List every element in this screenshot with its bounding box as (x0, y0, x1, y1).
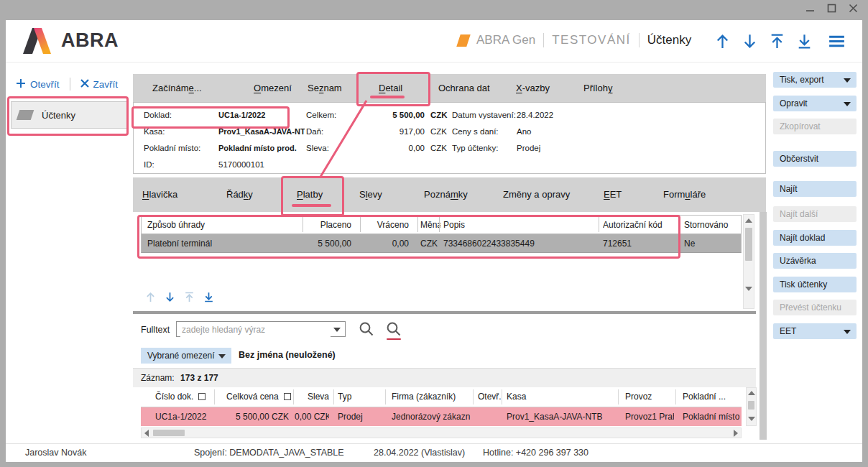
abra-logo-text: ABRA (61, 29, 119, 52)
panel-splitter[interactable] (133, 311, 756, 314)
subtab-eet[interactable]: EET (604, 177, 622, 212)
subtab-zmeny-a-opravy[interactable]: Změny a opravy (503, 177, 570, 212)
gcell-cislo-dok: UC1a-1/2022 (155, 407, 216, 426)
record-counter-label: Záznam: (141, 373, 175, 383)
sort-square-icon[interactable] (198, 393, 206, 400)
row-first-icon[interactable] (183, 291, 195, 303)
close-tab-button[interactable]: Zavřít (80, 79, 119, 90)
search-next-icon[interactable] (385, 320, 402, 341)
annotation-connector-line (315, 98, 379, 184)
minimize-icon[interactable] (805, 4, 815, 13)
scroll-thumb[interactable] (745, 228, 752, 261)
col-mena[interactable]: Měna (420, 216, 440, 234)
record-counter: Záznam: 173 z 177 (133, 368, 756, 387)
print-export-button[interactable]: Tisk, export (773, 72, 857, 88)
col-autorizacni-kod[interactable]: Autorizační kód (603, 216, 675, 234)
find-button[interactable]: Najít (773, 181, 857, 197)
navigate-up-icon[interactable] (714, 32, 731, 50)
navigate-first-icon[interactable] (768, 32, 786, 50)
header-breadcrumb: ABRA Gen TESTOVÁNÍ Účtenky (458, 33, 691, 47)
gcol-firma[interactable]: Firma (zákazník) (392, 387, 471, 406)
scroll-thumb[interactable] (748, 401, 754, 410)
tab-omezeni[interactable]: Omezení (254, 74, 292, 102)
tab-x-vazby[interactable]: X-vazby (516, 74, 550, 102)
col-popis[interactable]: Popis (443, 216, 594, 234)
gcell-sleva: 0,00 CZK (295, 407, 329, 426)
open-tab-button[interactable]: Otevřít (16, 78, 60, 91)
combo-dropdown-icon[interactable] (333, 328, 341, 332)
find-document-button[interactable]: Najít doklad (773, 230, 857, 246)
status-bar: Jaroslav Novák Spojení: DEMODATA_JAVA_ST… (6, 443, 862, 462)
scroll-thumb[interactable] (153, 430, 185, 436)
filter-dropdown-icon (218, 354, 226, 359)
grid-row-selected[interactable]: UC1a-1/2022 5 500,00 CZK 0,00 CZK Prodej… (141, 407, 742, 426)
gcol-typ[interactable]: Typ (338, 387, 379, 406)
gcol-provoz[interactable]: Provoz (625, 387, 674, 406)
field-value-kasa: Prov1_KasaA-JAVA-NT (218, 127, 305, 136)
find-next-button[interactable]: Najít další (773, 206, 857, 222)
menu-icon[interactable] (827, 32, 846, 50)
payment-row-selected[interactable]: Platební terminál 5 500,00 0,00 CZK 7334… (141, 234, 742, 253)
gcol-pokladni[interactable]: Pokladní ... (683, 387, 740, 406)
subtab-radky[interactable]: Řádky (226, 177, 253, 212)
gcol-sleva[interactable]: Sleva (295, 387, 329, 406)
scroll-up-icon[interactable] (745, 218, 752, 223)
row-last-icon[interactable] (203, 291, 215, 303)
scroll-down-icon[interactable] (748, 417, 755, 421)
gcell-typ: Prodej (338, 407, 379, 426)
sort-square-icon[interactable] (284, 393, 291, 400)
payments-scrollbar[interactable] (743, 214, 754, 309)
grid-vscrollbar[interactable] (746, 387, 757, 426)
filter-selector-button[interactable]: Vybrané omezení (141, 348, 231, 364)
col-vraceno[interactable]: Vráceno (360, 216, 409, 234)
refresh-button[interactable]: Občerstvit (773, 151, 857, 167)
tab-detail[interactable]: Detail (379, 74, 402, 102)
field-value-doklad: UC1a-1/2022 (218, 111, 265, 119)
gcol-celkova-cena[interactable]: Celková cena (226, 387, 297, 406)
edit-button[interactable]: Opravit (773, 96, 857, 111)
tab-prilohy[interactable]: Přílohy (583, 74, 612, 102)
navigate-last-icon[interactable] (795, 32, 813, 50)
gcol-cislo-dok[interactable]: Číslo dok. (155, 387, 216, 406)
gcell-pokladni: Pokladní místo (683, 407, 742, 426)
fulltext-combo[interactable] (176, 321, 346, 337)
status-hotline: Hotline: +420 296 397 330 (483, 444, 588, 462)
subtab-poznamky[interactable]: Poznámky (424, 177, 468, 212)
gcol-kasa[interactable]: Kasa (507, 387, 614, 406)
row-up-icon[interactable] (144, 291, 157, 303)
sidebar-item-uctenky[interactable]: Účtenky (11, 101, 128, 129)
navigate-down-icon[interactable] (741, 32, 759, 50)
convert-receipt-button[interactable]: Převést účtenku (773, 300, 857, 315)
print-receipt-button[interactable]: Tisk účtenky (773, 277, 857, 292)
app-name: ABRA Gen (476, 33, 535, 47)
payments-table-header[interactable]: Způsob úhrady Placeno Vráceno Měna Popis… (141, 215, 742, 234)
status-date: 28.04.2022 (Vlastislav) (374, 444, 465, 462)
link-divider (70, 78, 70, 91)
scroll-up-icon[interactable] (748, 391, 755, 395)
subtab-hlavicka[interactable]: Hlavička (142, 177, 177, 212)
col-zpusob-uhrady[interactable]: Způsob úhrady (147, 216, 298, 234)
fulltext-input[interactable] (180, 323, 331, 337)
grid-hscrollbar[interactable] (141, 427, 742, 438)
col-stornovano[interactable]: Stornováno (684, 216, 740, 234)
search-icon[interactable] (358, 320, 375, 341)
scroll-down-icon[interactable] (745, 287, 752, 291)
right-splitter[interactable] (760, 212, 767, 440)
copy-button[interactable]: Zkopírovat (773, 119, 857, 134)
payments-row-nav (144, 291, 215, 303)
subtab-formulare[interactable]: Formuláře (663, 177, 706, 212)
gcol-otevr[interactable]: Otevř. (478, 387, 501, 406)
tab-ochrana-dat[interactable]: Ochrana dat (438, 74, 490, 102)
application-window: ABRA ABRA Gen TESTOVÁNÍ Účtenky (0, 0, 868, 467)
row-down-icon[interactable] (164, 291, 176, 303)
scroll-left-icon[interactable] (144, 430, 149, 437)
scroll-right-icon[interactable] (734, 430, 738, 437)
maximize-icon[interactable] (827, 4, 836, 13)
close-icon[interactable] (849, 4, 858, 13)
closing-button[interactable]: Uzávěrka (773, 253, 857, 269)
col-placeno[interactable]: Placeno (303, 216, 351, 234)
grid-header[interactable]: Číslo dok. Celková cena Sleva Typ Firma … (141, 387, 742, 407)
records-grid: Číslo dok. Celková cena Sleva Typ Firma … (141, 387, 742, 426)
eet-button[interactable]: EET (773, 323, 857, 339)
tab-zaciname[interactable]: Začínáme... (152, 74, 202, 102)
